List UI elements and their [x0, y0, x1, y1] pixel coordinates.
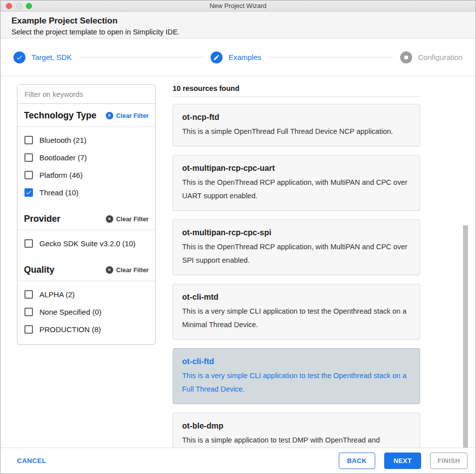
- example-card-ot-ncp-ftd[interactable]: ot-ncp-ftdThis is a simple OpenThread Fu…: [173, 104, 420, 146]
- filter-option-label: Gecko SDK Suite v3.2.0 (10): [39, 239, 136, 248]
- checkbox-unchecked-icon[interactable]: [24, 136, 33, 144]
- step-configuration: Configuration: [400, 51, 463, 63]
- clear-filter-label: Clear Filter: [116, 216, 149, 223]
- card-description: This is the OpenThread RCP application, …: [182, 240, 410, 267]
- clear-filter-x-icon: ✕: [106, 266, 113, 274]
- results-divider: [173, 96, 420, 97]
- checkbox-unchecked-icon[interactable]: [24, 290, 33, 299]
- filter-section-header: Technology Type✕Clear Filter: [17, 104, 155, 127]
- clear-filter-button-provider[interactable]: ✕Clear Filter: [106, 215, 149, 223]
- cancel-button[interactable]: CANCEL: [17, 457, 46, 465]
- filter-section-header: Quality✕Clear Filter: [17, 258, 155, 281]
- step-connector: [79, 57, 204, 57]
- filter-section-title: Provider: [24, 214, 60, 224]
- step-target-sdk[interactable]: Target, SDK: [13, 51, 72, 63]
- filter-option-gecko-sdk-suite-v3-2-0-10[interactable]: Gecko SDK Suite v3.2.0 (10): [17, 235, 155, 252]
- filter-option-label: PRODUCTION (8): [39, 325, 101, 334]
- next-button[interactable]: NEXT: [384, 453, 421, 469]
- filter-options: ALPHA (2)None Specified (0)PRODUCTION (8…: [17, 281, 155, 344]
- filter-section-quality: Quality✕Clear FilterALPHA (2)None Specif…: [17, 258, 155, 344]
- step-examples[interactable]: Examples: [211, 51, 261, 63]
- clear-filter-button-quality[interactable]: ✕Clear Filter: [106, 266, 149, 274]
- filter-panel: Technology Type✕Clear FilterBluetooth (2…: [17, 84, 156, 345]
- filter-option-bluetooth-21[interactable]: Bluetooth (21): [17, 131, 155, 149]
- checkbox-unchecked-icon[interactable]: [24, 239, 33, 248]
- filter-section-title: Technology Type: [24, 110, 96, 121]
- filter-option-alpha-2[interactable]: ALPHA (2): [17, 286, 155, 303]
- back-button[interactable]: BACK: [339, 453, 375, 469]
- wizard-content: Technology Type✕Clear FilterBluetooth (2…: [0, 76, 476, 448]
- check-icon: [13, 51, 25, 63]
- card-title: ot-cli-mtd: [182, 293, 410, 302]
- filter-option-thread-10[interactable]: Thread (10): [17, 184, 155, 201]
- filter-section-title: Quality: [24, 265, 54, 275]
- checkbox-unchecked-icon[interactable]: [24, 308, 33, 316]
- window-title: New Project Wizard: [0, 0, 476, 11]
- filter-option-none-specified-0[interactable]: None Specified (0): [17, 303, 155, 321]
- filter-options: Bluetooth (21)Bootloader (7)Platform (46…: [17, 127, 155, 207]
- checkbox-unchecked-icon[interactable]: [24, 153, 33, 162]
- clear-filter-label: Clear Filter: [116, 112, 149, 119]
- results-count: 10 resources found: [173, 84, 239, 92]
- example-card-ot-cli-ftd[interactable]: ot-cli-ftdThis is a very simple CLI appl…: [173, 348, 420, 404]
- keyword-filter-input[interactable]: [17, 85, 155, 104]
- filter-option-production-8[interactable]: PRODUCTION (8): [17, 321, 155, 338]
- card-title: ot-multipan-rcp-cpc-spi: [182, 228, 410, 237]
- page-title: Example Project Selection: [11, 16, 476, 26]
- filter-section-header: Provider✕Clear Filter: [17, 207, 155, 230]
- filter-option-label: ALPHA (2): [39, 290, 75, 299]
- card-title: ot-multipan-rcp-cpc-uart: [182, 164, 410, 173]
- filter-option-label: Bluetooth (21): [39, 136, 86, 144]
- filter-option-label: Bootloader (7): [39, 153, 87, 162]
- wizard-stepper: Target, SDK Examples Configuration: [0, 38, 476, 76]
- finish-button[interactable]: FINISH: [430, 453, 468, 469]
- filter-sections: Technology Type✕Clear FilterBluetooth (2…: [17, 104, 155, 344]
- example-card-list: ot-ncp-ftdThis is a simple OpenThread Fu…: [173, 104, 420, 474]
- clear-filter-x-icon: ✕: [106, 215, 113, 223]
- card-description: This is a very simple CLI application to…: [182, 305, 410, 332]
- filter-option-platform-46[interactable]: Platform (46): [17, 166, 155, 184]
- filter-option-label: Platform (46): [39, 171, 83, 179]
- filter-section-technology-type: Technology Type✕Clear FilterBluetooth (2…: [17, 104, 155, 207]
- step-label: Target, SDK: [31, 53, 72, 61]
- card-title: ot-ble-dmp: [182, 422, 410, 431]
- pencil-icon: [211, 51, 223, 63]
- vertical-scrollbar-thumb[interactable]: [463, 225, 468, 449]
- title-bar: New Project Wizard: [0, 0, 476, 11]
- clear-filter-label: Clear Filter: [116, 267, 149, 274]
- card-title: ot-ncp-ftd: [182, 113, 410, 122]
- checkbox-unchecked-icon[interactable]: [24, 325, 33, 334]
- step-label: Examples: [229, 53, 261, 61]
- wizard-footer: CANCEL BACK NEXT FINISH: [0, 448, 476, 474]
- filter-section-provider: Provider✕Clear FilterGecko SDK Suite v3.…: [17, 207, 155, 258]
- filter-options: Gecko SDK Suite v3.2.0 (10): [17, 230, 155, 258]
- example-card-ot-multipan-rcp-cpc-uart[interactable]: ot-multipan-rcp-cpc-uartThis is the Open…: [173, 155, 420, 211]
- step-label: Configuration: [418, 53, 463, 61]
- filter-option-label: Thread (10): [39, 188, 78, 197]
- filter-option-label: None Specified (0): [39, 308, 101, 316]
- example-card-ot-cli-mtd[interactable]: ot-cli-mtdThis is a very simple CLI appl…: [173, 284, 420, 340]
- clear-filter-x-icon: ✕: [106, 112, 113, 119]
- clear-filter-button-technology-type[interactable]: ✕Clear Filter: [106, 112, 149, 119]
- new-project-wizard-window: New Project Wizard Example Project Selec…: [0, 0, 476, 474]
- step-connector: [268, 57, 393, 57]
- wizard-header: Example Project Selection Select the pro…: [0, 11, 476, 38]
- card-description: This is a simple OpenThread Full Thread …: [182, 125, 410, 138]
- card-title: ot-cli-ftd: [182, 357, 410, 366]
- filter-option-bootloader-7[interactable]: Bootloader (7): [17, 149, 155, 166]
- checkbox-unchecked-icon[interactable]: [24, 171, 33, 179]
- card-description: This is the OpenThread RCP application, …: [182, 176, 410, 203]
- card-description: This is a very simple CLI application to…: [182, 369, 410, 396]
- checkbox-checked-icon[interactable]: [24, 188, 33, 197]
- example-card-ot-multipan-rcp-cpc-spi[interactable]: ot-multipan-rcp-cpc-spiThis is the OpenT…: [173, 219, 420, 275]
- page-subtitle: Select the project template to open in S…: [11, 28, 476, 36]
- pending-step-icon: [400, 51, 412, 63]
